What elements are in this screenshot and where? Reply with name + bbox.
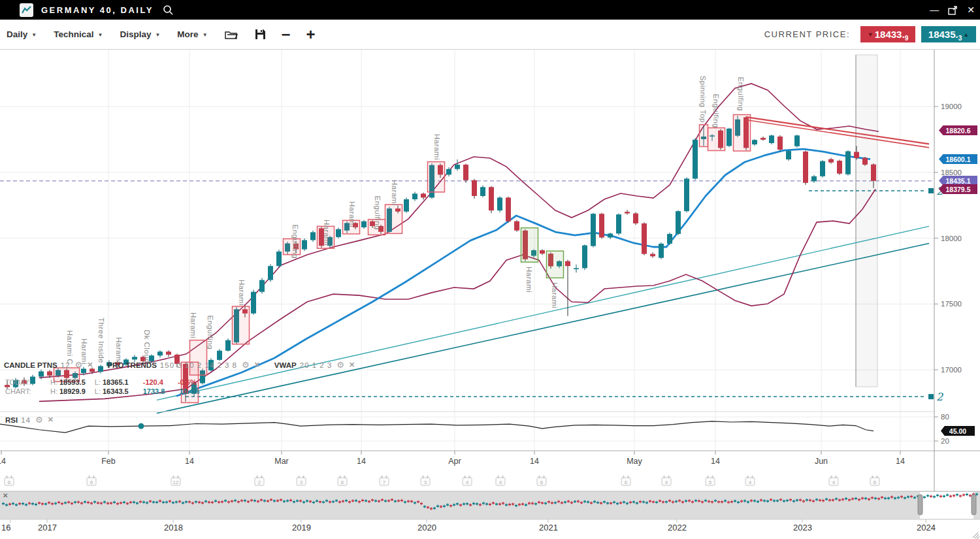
today-change: -120.4 xyxy=(143,378,163,386)
candle xyxy=(811,176,817,182)
candle xyxy=(574,268,579,269)
pattern-label: Harami xyxy=(433,134,441,160)
candle xyxy=(777,137,783,150)
popout-button[interactable] xyxy=(948,0,958,20)
rsi-value-badge: 45.00 xyxy=(941,426,975,436)
candle xyxy=(599,214,604,237)
save-icon[interactable] xyxy=(255,29,266,40)
pattern-label: Engulfing xyxy=(737,77,745,111)
price-badge-lower-band: 18379.5 xyxy=(939,184,977,194)
pattern-label: Harami xyxy=(323,220,331,246)
calendar-number: 6 xyxy=(8,480,11,485)
pattern-label: Harami xyxy=(525,267,533,293)
candle xyxy=(276,252,282,266)
pattern-label: Harami xyxy=(238,280,246,306)
candle xyxy=(591,214,596,246)
xaxis-label: 14 xyxy=(711,457,720,466)
zoom-out-button[interactable]: − xyxy=(282,28,291,41)
pattern-box xyxy=(700,125,708,147)
search-icon[interactable] xyxy=(163,5,174,16)
xaxis-label: 14 xyxy=(0,457,6,466)
pattern-label: Engulfing xyxy=(291,225,299,259)
pattern-box xyxy=(428,162,445,192)
bid-price[interactable]: ▼18433.9 xyxy=(860,26,915,42)
candle xyxy=(769,135,774,143)
xaxis-label: Feb xyxy=(101,457,116,466)
title-bar: GERMANY 40, DAILY — ✕ xyxy=(0,0,980,20)
candle xyxy=(446,169,451,175)
close-icon[interactable]: ✕ xyxy=(349,361,355,369)
calendar-number: 2 xyxy=(258,480,261,485)
candle xyxy=(854,152,859,158)
pattern-label: Harami xyxy=(551,282,559,308)
gear-icon[interactable]: ⚙ xyxy=(336,360,344,370)
gear-icon[interactable]: ⚙ xyxy=(242,360,250,370)
year-strip-background xyxy=(0,519,980,539)
candle xyxy=(786,151,791,159)
candle xyxy=(871,165,876,181)
calendar-number: 4 xyxy=(499,480,502,485)
price-badge-ma: 18600.1 xyxy=(939,154,977,164)
indicator-candle-ptns: CANDLE PTNS xyxy=(4,361,57,369)
candle xyxy=(794,135,800,146)
candle xyxy=(268,266,273,280)
candle xyxy=(489,187,494,210)
close-icon[interactable]: ✕ xyxy=(87,361,93,369)
close-button[interactable]: ✕ xyxy=(967,0,975,20)
indicator-pro-trends: PRO TRENDS xyxy=(107,361,156,369)
year-label: 16 xyxy=(1,523,10,532)
menu-more[interactable]: More▼ xyxy=(177,29,207,39)
arrow-up-icon: ▲ xyxy=(963,31,969,38)
calendar-number: 6 xyxy=(874,480,877,485)
xaxis-label: Jun xyxy=(815,457,828,466)
candle xyxy=(217,351,222,360)
gear-icon[interactable]: ⚙ xyxy=(75,360,83,370)
year-label: 2020 xyxy=(417,523,436,532)
close-icon[interactable]: ✕ xyxy=(254,361,260,369)
candle xyxy=(862,158,868,165)
price-tick-label: 17000 xyxy=(941,366,962,374)
rsi-tick-label: 80 xyxy=(941,413,949,421)
menu-technical[interactable]: Technical▼ xyxy=(54,29,103,39)
chart-change-pct: 10.4% xyxy=(179,387,199,395)
minimize-button[interactable]: — xyxy=(930,0,939,20)
pattern-label: Spinning Top xyxy=(699,76,707,123)
close-icon[interactable]: ✕ xyxy=(48,416,54,424)
pattern-label: Three Inside xyxy=(97,318,105,363)
gear-icon[interactable]: ⚙ xyxy=(35,415,43,425)
candle xyxy=(514,221,519,231)
calendar-number: 3 xyxy=(424,480,427,485)
calendar-number: 6 xyxy=(341,480,344,485)
open-folder-icon[interactable] xyxy=(225,29,238,40)
candle xyxy=(225,340,231,351)
candle xyxy=(166,351,171,355)
chart-stats: CHART: H:18929.9 L:16343.5 1733.8 10.4% xyxy=(5,387,200,395)
candle xyxy=(752,140,757,144)
calendar-number: 6 xyxy=(90,480,93,485)
candle xyxy=(676,211,681,234)
pattern-label: Harami xyxy=(391,180,399,206)
menu-display[interactable]: Display▼ xyxy=(120,29,160,39)
candle xyxy=(625,212,630,213)
price-tick-label: 18000 xyxy=(941,235,962,242)
xaxis-label: 14 xyxy=(357,457,366,466)
price-tick-label: 17500 xyxy=(941,300,962,308)
zoom-in-button[interactable]: + xyxy=(306,28,316,41)
main-chart-canvas[interactable]: 22Harami CHaramiThree InsideHaramiDk Clo… xyxy=(0,0,980,539)
calendar-number: 6 xyxy=(540,480,544,485)
menu-daily[interactable]: Daily▼ xyxy=(7,29,37,39)
indicator-vwap: VWAP xyxy=(274,361,297,369)
xaxis-label: 14 xyxy=(530,457,539,466)
candle xyxy=(650,254,655,257)
candle xyxy=(506,197,511,221)
navigator-close-icon[interactable]: ✕ xyxy=(3,492,8,499)
ask-price[interactable]: 18435.3▲ xyxy=(921,26,976,42)
candle xyxy=(497,197,502,210)
indicator-legend: CANDLE PTNS 12 ⚙ ✕ PRO TRENDS 150 3 10 2… xyxy=(4,360,355,370)
candle xyxy=(472,180,477,196)
chevron-down-icon: ▼ xyxy=(155,32,160,38)
navigator-handle-left[interactable] xyxy=(918,495,923,515)
app-logo-icon xyxy=(20,3,33,17)
chart-change: 1733.8 xyxy=(143,387,165,395)
navigator-handle-right[interactable] xyxy=(972,495,976,515)
